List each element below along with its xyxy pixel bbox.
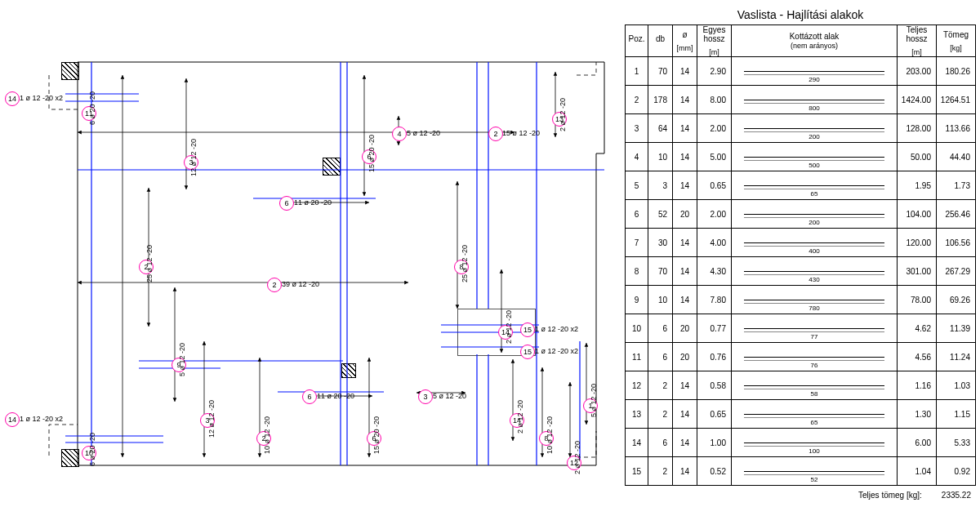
- rebar-callout: 1 ø 12 -20 x2: [20, 94, 63, 102]
- rebar-callout: 15 ø 12 -20: [502, 129, 540, 137]
- plan-svg: [0, 0, 621, 507]
- position-bubble: 6: [279, 196, 294, 211]
- position-bubble: 15: [520, 322, 535, 337]
- rebar-plan-drawing: 141 ø 12 -20 x2141 ø 12 -20 x2116 ø 20 -…: [0, 0, 621, 507]
- table-row: 116200.76764.5611.24: [626, 343, 976, 371]
- rebar-callout: 12 ø 12 -20: [189, 139, 198, 176]
- rebar-callout: 2 ø 12 -20: [516, 400, 524, 434]
- table-title: Vaslista - Hajlítási alakok: [625, 8, 976, 21]
- table-row: 870144.30430301.00267.29: [626, 257, 976, 286]
- rebar-callout: 10 ø 12 -20: [546, 416, 554, 454]
- table-row: 2178148.008001424.001264.51: [626, 86, 976, 114]
- rebar-callout: 5 ø 12 -20: [433, 392, 466, 400]
- position-bubble: 2: [488, 127, 503, 141]
- rebar-callout: 1 ø 12 -20 x2: [20, 415, 63, 423]
- position-bubble: 6: [302, 389, 317, 404]
- rebar-callout: 25 ø 12 -20: [145, 245, 154, 282]
- table-row: 106200.77774.6211.39: [626, 314, 976, 343]
- rebar-callout: 15 ø 20 -20: [372, 416, 381, 454]
- col-shape: Kottázott alak(nem arányos): [732, 25, 898, 57]
- rebar-callout: 15 ø 20 -20: [368, 135, 376, 172]
- rebar-callout: 11 ø 20 -20: [317, 392, 354, 400]
- rebar-callout: 39 ø 12 -20: [282, 280, 319, 288]
- rebar-callout: 25 ø 12 -20: [461, 245, 469, 282]
- col-db: db: [648, 25, 673, 57]
- table-row: 730144.00400120.00106.56: [626, 229, 976, 257]
- rebar-callout: 2 ø 12 -20: [505, 310, 513, 344]
- rebar-table: Poz. db ø[mm] Egyes hossz[m] Kottázott a…: [625, 24, 976, 486]
- table-row: 146141.001006.005.33: [626, 429, 976, 457]
- rebar-callout: 1 ø 12 -20 x2: [535, 325, 578, 333]
- rebar-callout: 6 ø 20 -20: [88, 433, 96, 466]
- col-dia: ø[mm]: [673, 25, 697, 57]
- rebar-schedule: Vaslista - Hajlítási alakok Poz. db ø[mm…: [625, 8, 976, 500]
- table-row: 122140.58581.161.03: [626, 371, 976, 400]
- col-len: Egyes hossz[m]: [697, 25, 732, 57]
- rebar-callout: 10 ø 12 -20: [263, 416, 271, 454]
- rebar-callout: 5 ø 12 -20: [407, 129, 440, 137]
- col-poz: Poz.: [626, 25, 648, 57]
- table-row: 152140.52521.040.92: [626, 457, 976, 486]
- rebar-callout: 1 ø 12 -20 x2: [535, 347, 578, 355]
- position-bubble: 15: [520, 345, 535, 359]
- position-bubble: 3: [418, 389, 433, 404]
- position-bubble: 14: [5, 412, 20, 427]
- rebar-callout: 5 ø 12 -20: [178, 343, 186, 376]
- table-row: 132140.65651.301.15: [626, 400, 976, 429]
- col-tot: Teljes hossz[m]: [898, 25, 937, 57]
- rebar-callout: 11 ø 20 -20: [294, 198, 332, 207]
- rebar-callout: 5 ø 12 -20: [590, 384, 598, 417]
- position-bubble: 14: [5, 91, 20, 106]
- table-row: 910147.8078078.0069.26: [626, 286, 976, 314]
- table-row: 53140.65651.951.73: [626, 171, 976, 200]
- rebar-callout: 6 ø 20 -20: [88, 91, 96, 125]
- rebar-callout: 2 ø 12 -20: [573, 441, 581, 474]
- table-row: 364142.00200128.00113.66: [626, 114, 976, 143]
- position-bubble: 4: [392, 127, 407, 141]
- rebar-callout: 12 ø 12 -20: [207, 400, 216, 438]
- table-row: 410145.0050050.0044.40: [626, 143, 976, 171]
- total-mass: Teljes tömeg [kg]:2335.22: [625, 491, 976, 500]
- col-mass: Tömeg[kg]: [937, 25, 976, 57]
- rebar-callout: 2 ø 12 -20: [559, 98, 567, 131]
- position-bubble: 2: [267, 278, 282, 292]
- table-row: 652202.00200104.00256.46: [626, 200, 976, 229]
- table-row: 170142.90290203.00180.26: [626, 57, 976, 86]
